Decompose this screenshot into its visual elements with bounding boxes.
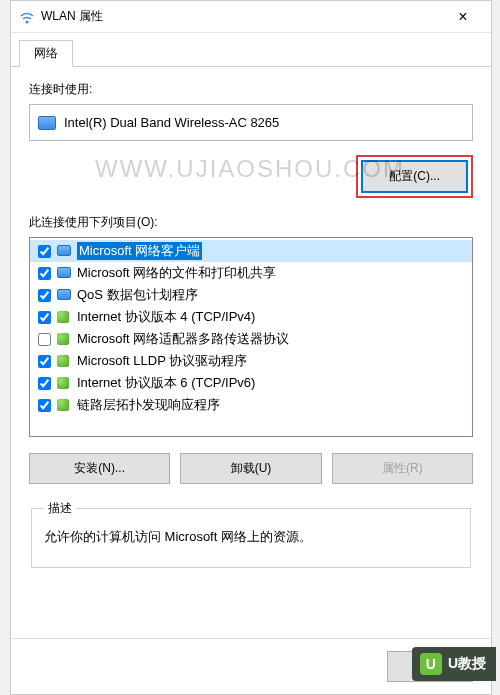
svg-point-0	[26, 20, 29, 23]
item-label: Microsoft 网络客户端	[77, 242, 202, 260]
item-checkbox[interactable]	[38, 377, 51, 390]
item-label: QoS 数据包计划程序	[77, 286, 198, 304]
item-checkbox[interactable]	[38, 355, 51, 368]
list-item[interactable]: 链路层拓扑发现响应程序	[30, 394, 473, 416]
item-label: 链路层拓扑发现响应程序	[77, 396, 220, 414]
site-logo: U U教授	[412, 647, 496, 681]
uses-items-label: 此连接使用下列项目(O):	[29, 214, 473, 231]
item-label: Microsoft LLDP 协议驱动程序	[77, 352, 247, 370]
close-button[interactable]: ×	[443, 8, 483, 26]
wlan-icon	[19, 9, 35, 25]
adapter-box: Intel(R) Dual Band Wireless-AC 8265	[29, 104, 473, 141]
protocol-icon	[57, 309, 73, 325]
items-listbox[interactable]: Microsoft 网络客户端Microsoft 网络的文件和打印机共享QoS …	[29, 237, 473, 437]
install-button[interactable]: 安装(N)...	[29, 453, 170, 484]
connect-using-label: 连接时使用:	[29, 81, 473, 98]
logo-badge-icon: U	[420, 653, 442, 675]
list-item[interactable]: Microsoft 网络适配器多路传送器协议	[30, 328, 473, 350]
list-item[interactable]: Microsoft LLDP 协议驱动程序	[30, 350, 473, 372]
description-legend: 描述	[44, 500, 76, 517]
uninstall-button[interactable]: 卸载(U)	[180, 453, 321, 484]
item-label: Internet 协议版本 6 (TCP/IPv6)	[77, 374, 255, 392]
configure-button[interactable]: 配置(C)...	[361, 160, 468, 193]
list-item[interactable]: Internet 协议版本 6 (TCP/IPv6)	[30, 372, 473, 394]
item-label: Microsoft 网络适配器多路传送器协议	[77, 330, 289, 348]
tab-network[interactable]: 网络	[19, 40, 73, 67]
adapter-name: Intel(R) Dual Band Wireless-AC 8265	[64, 115, 279, 130]
monitor-icon	[57, 265, 73, 281]
protocol-icon	[57, 331, 73, 347]
item-checkbox[interactable]	[38, 311, 51, 324]
wlan-properties-window: WLAN 属性 × 网络 连接时使用: Intel(R) Dual Band W…	[10, 0, 492, 695]
properties-button[interactable]: 属性(R)	[332, 453, 473, 484]
item-checkbox[interactable]	[38, 333, 51, 346]
item-checkbox[interactable]	[38, 399, 51, 412]
list-item[interactable]: Internet 协议版本 4 (TCP/IPv4)	[30, 306, 473, 328]
logo-text: U教授	[448, 655, 486, 673]
titlebar: WLAN 属性 ×	[11, 1, 491, 33]
content-area: 连接时使用: Intel(R) Dual Band Wireless-AC 82…	[11, 67, 491, 638]
item-label: Internet 协议版本 4 (TCP/IPv4)	[77, 308, 255, 326]
protocol-icon	[57, 353, 73, 369]
list-item[interactable]: QoS 数据包计划程序	[30, 284, 473, 306]
item-checkbox[interactable]	[38, 267, 51, 280]
window-title: WLAN 属性	[41, 8, 443, 25]
item-checkbox[interactable]	[38, 245, 51, 258]
description-text: 允许你的计算机访问 Microsoft 网络上的资源。	[44, 527, 458, 547]
monitor-icon	[57, 243, 73, 259]
list-item[interactable]: Microsoft 网络客户端	[30, 240, 473, 262]
item-label: Microsoft 网络的文件和打印机共享	[77, 264, 276, 282]
tab-bar: 网络	[11, 33, 491, 67]
monitor-icon	[57, 287, 73, 303]
highlight-box: 配置(C)...	[356, 155, 473, 198]
description-group: 描述 允许你的计算机访问 Microsoft 网络上的资源。	[31, 500, 471, 568]
adapter-icon	[38, 116, 56, 130]
protocol-icon	[57, 375, 73, 391]
protocol-icon	[57, 397, 73, 413]
item-checkbox[interactable]	[38, 289, 51, 302]
list-item[interactable]: Microsoft 网络的文件和打印机共享	[30, 262, 473, 284]
